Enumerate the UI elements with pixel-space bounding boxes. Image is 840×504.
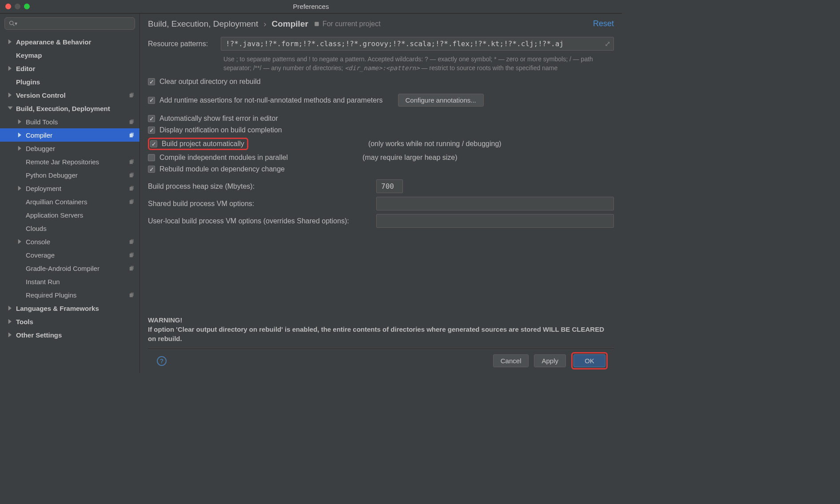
spacer-icon (17, 159, 23, 165)
sidebar-item-label: Clouds (26, 225, 47, 232)
runtime-assertions-label: Add runtime assertions for not-null-anno… (159, 96, 383, 104)
chevron-right-icon (17, 185, 23, 191)
svg-rect-7 (130, 134, 133, 137)
sidebar-item-label: Tools (16, 318, 33, 325)
chevron-right-icon (17, 238, 23, 245)
spacer-icon (17, 225, 23, 231)
spacer-icon (17, 265, 23, 271)
sidebar-item-remote-jar-repositories[interactable]: Remote Jar Repositories (0, 155, 139, 168)
shared-vm-input[interactable] (376, 197, 614, 210)
apply-button[interactable]: Apply (534, 354, 566, 367)
warning-text: WARNING! If option 'Clear output directo… (148, 315, 614, 348)
user-vm-input[interactable] (376, 214, 614, 228)
sidebar-item-label: Version Control (16, 91, 66, 99)
sidebar-item-python-debugger[interactable]: Python Debugger (0, 168, 139, 182)
cancel-button[interactable]: Cancel (493, 354, 529, 367)
chevron-right-icon (17, 119, 23, 125)
sidebar-item-other-settings[interactable]: Other Settings (0, 328, 139, 341)
sidebar-item-build-tools[interactable]: Build Tools (0, 115, 139, 128)
chevron-right-icon (7, 305, 13, 311)
chevron-down-icon (7, 105, 13, 111)
compile-parallel-label: Compile independent modules in parallel (159, 154, 288, 162)
svg-rect-11 (130, 174, 133, 177)
reset-link[interactable]: Reset (593, 19, 614, 28)
sidebar-item-appearance-behavior[interactable]: Appearance & Behavior (0, 35, 139, 48)
build-automatically-checkbox[interactable] (150, 140, 157, 147)
zoom-window-button[interactable] (24, 4, 30, 9)
project-scope-icon (314, 21, 320, 27)
sidebar-item-label: Application Servers (26, 211, 83, 219)
titlebar: Preferences (0, 0, 622, 13)
spacer-icon (17, 172, 23, 178)
dialog-footer: ? Cancel Apply OK (148, 348, 614, 373)
sidebar-item-coverage[interactable]: Coverage (0, 248, 139, 262)
sidebar-item-arquillian-containers[interactable]: Arquillian Containers (0, 195, 139, 208)
sidebar-item-version-control[interactable]: Version Control (0, 88, 139, 102)
project-scope-icon (129, 185, 135, 191)
sidebar-item-label: Remote Jar Repositories (26, 158, 99, 166)
sidebar-item-label: Gradle-Android Compiler (26, 265, 100, 272)
sidebar-item-console[interactable]: Console (0, 235, 139, 248)
breadcrumb-parent[interactable]: Build, Execution, Deployment (148, 19, 258, 29)
sidebar-item-gradle-android-compiler[interactable]: Gradle-Android Compiler (0, 262, 139, 275)
shared-vm-label: Shared build process VM options: (148, 200, 370, 208)
svg-rect-19 (130, 254, 133, 257)
sidebar-item-label: Arquillian Containers (26, 198, 87, 206)
sidebar-item-compiler[interactable]: Compiler (0, 128, 139, 142)
build-notification-label: Display notification on build completion (159, 126, 282, 134)
clear-output-checkbox[interactable] (148, 78, 155, 85)
sidebar-item-languages-frameworks[interactable]: Languages & Frameworks (0, 302, 139, 315)
dropdown-caret-icon: ▾ (15, 20, 17, 27)
sidebar-item-label: Other Settings (16, 331, 62, 339)
svg-rect-17 (130, 240, 133, 244)
sidebar-item-tools[interactable]: Tools (0, 315, 139, 328)
minimize-window-button[interactable] (15, 4, 20, 9)
sidebar-item-plugins[interactable]: Plugins (0, 75, 139, 88)
sidebar-item-instant-run[interactable]: Instant Run (0, 275, 139, 288)
project-scope-icon (129, 292, 135, 298)
project-scope-icon (129, 238, 135, 245)
sidebar-item-deployment[interactable]: Deployment (0, 182, 139, 195)
sidebar-item-keymap[interactable]: Keymap (0, 48, 139, 62)
svg-rect-21 (130, 267, 133, 270)
sidebar-item-debugger[interactable]: Debugger (0, 142, 139, 155)
svg-rect-13 (130, 187, 133, 190)
rebuild-dependency-checkbox[interactable] (148, 166, 155, 173)
chevron-right-icon (17, 132, 23, 138)
svg-line-1 (13, 24, 14, 26)
user-vm-label: User-local build process VM options (ove… (148, 217, 370, 225)
sidebar-item-build-execution-deployment[interactable]: Build, Execution, Deployment (0, 102, 139, 115)
sidebar-item-label: Build Tools (26, 118, 58, 126)
spacer-icon (17, 278, 23, 285)
sidebar-item-label: Deployment (26, 185, 61, 192)
chevron-right-icon (7, 332, 13, 338)
configure-annotations-button[interactable]: Configure annotations... (398, 94, 484, 107)
svg-rect-23 (130, 294, 133, 297)
resource-patterns-input[interactable] (221, 37, 614, 51)
ok-button[interactable]: OK (573, 354, 605, 367)
search-input[interactable]: ▾ (4, 17, 135, 30)
sidebar-item-clouds[interactable]: Clouds (0, 222, 139, 235)
chevron-right-icon (7, 318, 13, 325)
compile-parallel-checkbox[interactable] (148, 154, 155, 161)
sidebar-item-editor[interactable]: Editor (0, 62, 139, 75)
runtime-assertions-checkbox[interactable] (148, 97, 155, 104)
spacer-icon (17, 212, 23, 218)
help-icon[interactable]: ? (157, 356, 167, 366)
svg-rect-5 (130, 120, 133, 124)
sidebar-item-label: Compiler (26, 131, 52, 139)
sidebar-item-label: Required Plugins (26, 291, 76, 299)
show-first-error-checkbox[interactable] (148, 115, 155, 122)
sidebar-item-label: Instant Run (26, 278, 60, 286)
chevron-right-icon (7, 65, 13, 71)
compile-parallel-hint: (may require larger heap size) (362, 154, 457, 162)
expand-icon[interactable]: ⤢ (605, 40, 610, 48)
spacer-icon (17, 198, 23, 205)
heap-size-input[interactable] (376, 179, 403, 193)
project-scope-icon (129, 265, 135, 271)
sidebar-item-application-servers[interactable]: Application Servers (0, 208, 139, 222)
sidebar-item-label: Debugger (26, 145, 55, 152)
build-notification-checkbox[interactable] (148, 127, 155, 134)
close-window-button[interactable] (5, 4, 11, 9)
sidebar-item-required-plugins[interactable]: Required Plugins (0, 288, 139, 302)
